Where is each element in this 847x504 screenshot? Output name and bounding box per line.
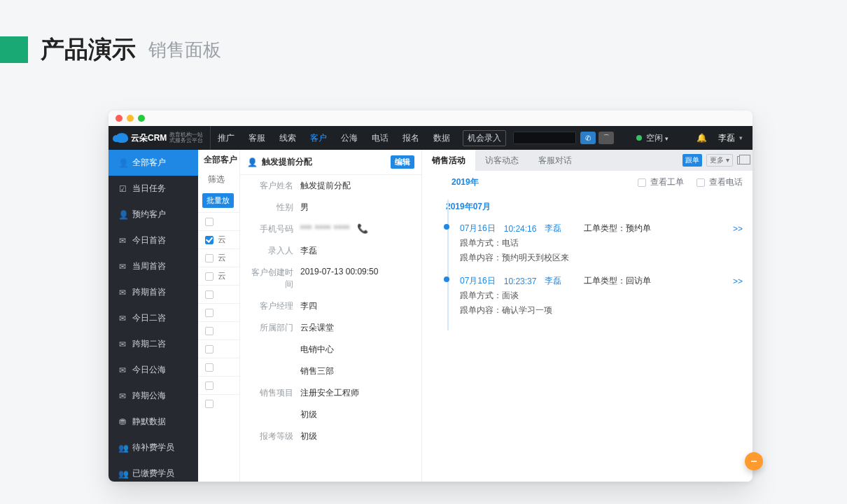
list-row[interactable] <box>198 212 239 230</box>
checkbox-icon[interactable] <box>205 236 214 244</box>
opportunity-entry-button[interactable]: 机会录入 <box>463 130 506 146</box>
entry-more-link[interactable]: >> <box>733 224 743 234</box>
popout-icon[interactable] <box>737 156 747 164</box>
hangup-button[interactable]: ⌒ <box>598 132 614 144</box>
detail-key: 客户经理 <box>247 300 300 312</box>
checkbox-icon[interactable] <box>205 345 214 354</box>
detail-row: 销售项目注册安全工程师 <box>240 382 421 404</box>
sidebar-item-label: 当周首咨 <box>132 260 166 272</box>
phone-icon[interactable]: 📞 <box>357 223 368 234</box>
entry-date: 07月16日 <box>460 275 496 287</box>
edit-button[interactable]: 编辑 <box>391 155 414 169</box>
call-button[interactable]: ✆ <box>580 132 596 144</box>
list-row[interactable]: 云 <box>198 248 239 267</box>
sidebar-item-9[interactable]: ✉跨期公海 <box>108 383 198 409</box>
checkbox-icon[interactable] <box>205 309 214 317</box>
year-label: 2019年 <box>451 176 479 188</box>
list-row[interactable] <box>198 376 239 394</box>
list-row[interactable] <box>198 340 239 358</box>
customer-detail-panel: 👤 触发提前分配 编辑 客户姓名触发提前分配性别男手机号码*** **** **… <box>240 150 422 482</box>
timeline-entry: 07月16日10:24:16李磊工单类型：预约单>>跟单方式：电话跟单内容：预约… <box>453 218 743 271</box>
list-row[interactable] <box>198 303 239 321</box>
sidebar-item-4[interactable]: ✉当周首咨 <box>108 253 198 279</box>
sidebar-item-11[interactable]: 👥待补费学员 <box>108 435 198 461</box>
detail-row: 报考等级初级 <box>240 426 421 447</box>
sidebar-item-5[interactable]: ✉跨期首咨 <box>108 279 198 305</box>
nav-item-0[interactable]: 推广 <box>211 126 241 150</box>
filter-label[interactable]: 筛选 <box>198 169 239 189</box>
activity-panel: 销售活动访客动态客服对话 跟单 更多 ▾ 2019年 查看工单 查看电话 <box>422 150 752 482</box>
list-row[interactable] <box>198 394 239 412</box>
list-row[interactable] <box>198 358 239 376</box>
top-nav: 云朵CRM 教育机构一站式服务云平台 推广客服线索客户公海电话报名数据 机会录入… <box>108 126 752 150</box>
sidebar-item-label: 已缴费学员 <box>132 468 174 479</box>
sidebar-item-1[interactable]: ☑当日任务 <box>108 176 198 202</box>
agent-status[interactable]: 空闲 <box>636 132 668 144</box>
detail-key: 客户创建时间 <box>247 267 300 290</box>
entry-more-link[interactable]: >> <box>733 276 743 286</box>
entry-content: 跟单内容： <box>460 304 502 316</box>
sidebar-icon: ✉ <box>118 391 127 401</box>
maximize-icon[interactable] <box>138 115 145 122</box>
bulk-action-button[interactable]: 批量放 <box>202 193 234 208</box>
sidebar-item-0[interactable]: 👤全部客户 <box>108 150 198 176</box>
list-row[interactable] <box>198 285 239 303</box>
sidebar-item-label: 今日公海 <box>132 364 166 376</box>
sidebar-item-12[interactable]: 👥已缴费学员 <box>108 461 198 482</box>
more-menu[interactable]: 更多 ▾ <box>706 154 733 167</box>
sidebar-item-label: 今日二咨 <box>132 312 166 324</box>
checkbox-icon[interactable] <box>205 290 214 299</box>
nav-item-6[interactable]: 报名 <box>396 126 426 150</box>
minimize-icon[interactable] <box>127 115 134 122</box>
nav-item-1[interactable]: 客服 <box>241 126 272 150</box>
sidebar-icon: 👥 <box>118 443 127 453</box>
floating-action-button[interactable]: – <box>745 452 763 470</box>
checkbox-icon[interactable] <box>205 363 214 372</box>
checkbox-icon[interactable] <box>205 218 214 226</box>
search-input[interactable] <box>513 132 576 144</box>
sidebar-item-label: 待补费学员 <box>132 442 174 454</box>
entry-author: 李磊 <box>545 223 561 234</box>
close-icon[interactable] <box>115 115 122 122</box>
view-orders-checkbox[interactable]: 查看工单 <box>638 176 684 188</box>
sidebar-item-8[interactable]: ✉今日公海 <box>108 357 198 383</box>
nav-item-2[interactable]: 线索 <box>272 126 303 150</box>
entry-author: 李磊 <box>545 275 561 287</box>
checkbox-icon[interactable] <box>205 254 214 262</box>
checkbox-icon[interactable] <box>205 400 214 408</box>
user-menu[interactable]: 李磊 <box>718 132 752 144</box>
timeline-line <box>447 200 449 330</box>
nav-item-7[interactable]: 数据 <box>426 126 457 150</box>
activity-tab-2[interactable]: 客服对话 <box>528 150 582 171</box>
sidebar-item-2[interactable]: 👤预约客户 <box>108 202 198 227</box>
nav-item-3[interactable]: 客户 <box>303 126 334 150</box>
detail-value: 李四 <box>300 301 317 311</box>
checkbox-icon[interactable] <box>205 327 214 335</box>
list-row[interactable]: 云 <box>198 230 239 248</box>
view-calls-checkbox[interactable]: 查看电话 <box>696 176 743 188</box>
list-row[interactable] <box>198 321 239 340</box>
detail-value: 2019-07-13 00:09:50 <box>300 267 378 276</box>
detail-key: 录入人 <box>247 245 300 257</box>
checkbox-icon[interactable] <box>205 382 214 390</box>
checkbox-icon[interactable] <box>205 272 214 281</box>
sidebar-icon: 👥 <box>118 469 127 479</box>
entry-type: 工单类型：预约单 <box>584 223 651 234</box>
nav-item-5[interactable]: 电话 <box>365 126 396 150</box>
brand-logo[interactable]: 云朵CRM 教育机构一站式服务云平台 <box>108 126 211 150</box>
sidebar-item-7[interactable]: ✉跨期二咨 <box>108 331 198 357</box>
brand-tagline: 教育机构一站式服务云平台 <box>169 132 203 144</box>
sidebar-item-10[interactable]: ⛃静默数据 <box>108 409 198 435</box>
bell-icon[interactable]: 🔔 <box>696 133 707 143</box>
sidebar-item-3[interactable]: ✉今日首咨 <box>108 227 198 253</box>
activity-tab-0[interactable]: 销售活动 <box>422 150 475 171</box>
detail-value: 销售三部 <box>300 366 334 376</box>
detail-row: 客户姓名触发提前分配 <box>240 175 421 197</box>
nav-item-4[interactable]: 公海 <box>334 126 365 150</box>
sidebar-item-6[interactable]: ✉今日二咨 <box>108 305 198 331</box>
follow-button[interactable]: 跟单 <box>682 154 702 167</box>
activity-tab-1[interactable]: 访客动态 <box>475 150 528 171</box>
brand-name: 云朵CRM <box>131 132 167 144</box>
row-label: 云 <box>218 252 226 264</box>
list-row[interactable]: 云 <box>198 267 239 285</box>
